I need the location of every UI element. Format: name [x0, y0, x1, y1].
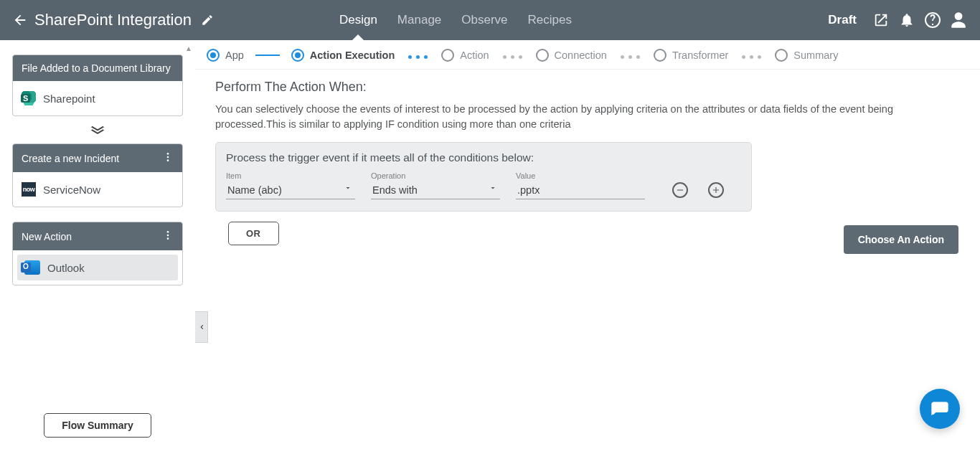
- svg-point-3: [167, 231, 169, 233]
- value-input[interactable]: [516, 181, 645, 199]
- step-transformer[interactable]: Transformer: [654, 49, 728, 62]
- back-button[interactable]: [9, 9, 32, 32]
- node-action-servicenow[interactable]: Create a new Incident ServiceNow: [12, 143, 183, 207]
- servicenow-icon: [22, 182, 36, 197]
- profile-icon[interactable]: [946, 7, 971, 33]
- node-more-icon[interactable]: [162, 151, 174, 165]
- node-action-new[interactable]: New Action Outlook: [12, 222, 183, 285]
- svg-point-5: [167, 237, 169, 240]
- tab-manage[interactable]: Manage: [397, 0, 441, 40]
- help-icon[interactable]: [920, 7, 946, 33]
- operation-select[interactable]: Operation Ends with: [371, 171, 500, 199]
- section-heading: Perform The Action When:: [215, 80, 960, 95]
- edit-title-button[interactable]: [197, 10, 217, 30]
- step-connection[interactable]: Connection: [536, 49, 607, 62]
- value-label: Value: [516, 171, 645, 180]
- node-app-name: ServiceNow: [43, 184, 100, 196]
- section-description: You can selectively choose the events of…: [215, 102, 954, 132]
- node-more-icon[interactable]: [162, 230, 174, 243]
- step-summary[interactable]: Summary: [775, 49, 838, 62]
- tab-recipes[interactable]: Recipes: [528, 0, 572, 40]
- value-field[interactable]: Value: [516, 171, 645, 199]
- outlook-icon: [24, 260, 40, 275]
- stepper: App Action Execution Action Connection T…: [195, 40, 980, 70]
- step-action[interactable]: Action: [441, 49, 489, 62]
- open-external-icon[interactable]: [868, 7, 894, 33]
- notifications-icon[interactable]: [894, 7, 920, 33]
- chevron-down-icon: [89, 116, 106, 143]
- node-app-name: Outlook: [47, 262, 85, 274]
- tab-design[interactable]: Design: [339, 0, 377, 40]
- choose-action-button[interactable]: Choose An Action: [844, 225, 958, 254]
- operation-label: Operation: [371, 171, 500, 180]
- conditions-box: Process the trigger event if it meets al…: [215, 142, 752, 212]
- node-trigger[interactable]: File Added to a Document Library Sharepo…: [12, 55, 183, 116]
- item-label: Item: [226, 171, 355, 180]
- remove-condition-button[interactable]: [672, 182, 688, 198]
- add-condition-button[interactable]: [708, 182, 724, 198]
- conditions-title: Process the trigger event if it meets al…: [226, 151, 741, 164]
- svg-point-0: [167, 153, 169, 155]
- svg-point-1: [167, 156, 169, 159]
- sharepoint-icon: [22, 91, 36, 105]
- svg-point-4: [167, 235, 169, 237]
- item-select[interactable]: Item Name (abc): [226, 171, 355, 199]
- tab-observe[interactable]: Observe: [461, 0, 507, 40]
- step-app[interactable]: App: [207, 49, 244, 62]
- step-action-execution[interactable]: Action Execution: [291, 49, 395, 62]
- condition-row: Item Name (abc) Operation Ends with: [226, 171, 741, 199]
- status-label: Draft: [828, 13, 857, 27]
- node-title: New Action: [22, 231, 72, 242]
- node-title: File Added to a Document Library: [22, 62, 171, 74]
- or-button[interactable]: OR: [228, 222, 279, 245]
- svg-point-2: [167, 159, 169, 161]
- collapse-sidebar-button[interactable]: [195, 311, 208, 343]
- node-title: Create a new Incident: [22, 153, 119, 164]
- chat-fab[interactable]: [920, 389, 960, 429]
- flow-summary-button[interactable]: Flow Summary: [44, 413, 151, 438]
- page-title: SharePoint Integration: [34, 11, 192, 29]
- node-app-name: Sharepoint: [43, 93, 95, 105]
